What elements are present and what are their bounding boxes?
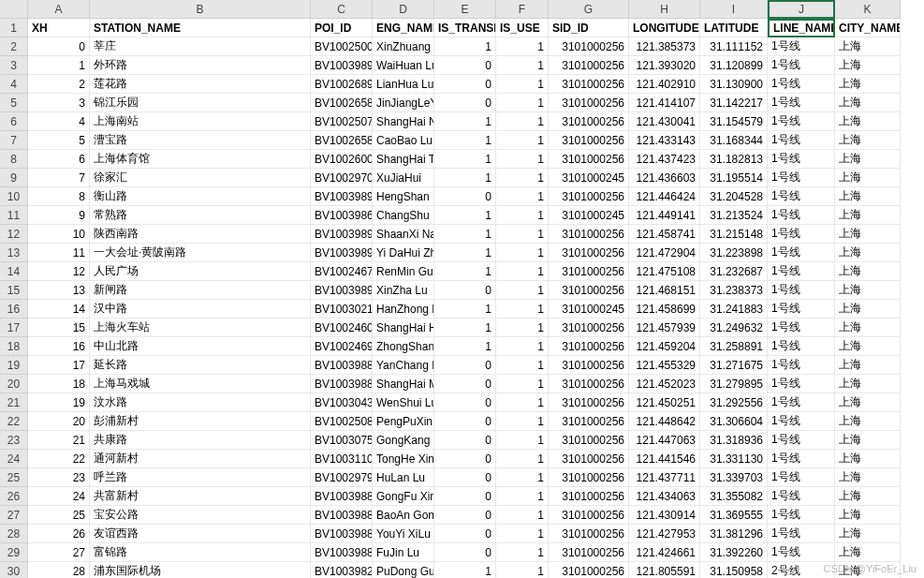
cell-K22[interactable]: 上海	[835, 412, 901, 431]
col-header-K[interactable]: K	[835, 0, 901, 19]
cell-C19[interactable]: BV10039889	[311, 356, 373, 375]
row-header-23[interactable]: 23	[0, 431, 28, 450]
cell-B17[interactable]: 上海火车站	[90, 319, 311, 337]
cell-B27[interactable]: 宝安公路	[90, 506, 311, 525]
cell-E3[interactable]: 0	[434, 56, 496, 75]
cell-F18[interactable]: 1	[496, 337, 549, 356]
cell-D12[interactable]: ShaanXi Na	[373, 225, 434, 244]
field-header-is_transfer[interactable]: IS_TRANSFE	[434, 19, 496, 37]
cell-B5[interactable]: 锦江乐园	[90, 94, 311, 112]
cell-D13[interactable]: Yi DaHui Zh	[373, 244, 434, 262]
cell-A9[interactable]: 7	[28, 169, 90, 187]
col-header-J[interactable]: J	[768, 0, 835, 19]
field-header-poi_id[interactable]: POI_ID	[311, 19, 373, 37]
cell-C11[interactable]: BV10039862	[311, 206, 373, 225]
cell-D2[interactable]: XinZhuang	[373, 37, 434, 56]
row-header-24[interactable]: 24	[0, 450, 28, 468]
cell-G20[interactable]: 3101000256	[549, 375, 629, 393]
cell-F3[interactable]: 1	[496, 56, 549, 75]
cell-B10[interactable]: 衡山路	[90, 187, 311, 206]
cell-A13[interactable]: 11	[28, 244, 90, 262]
cell-A22[interactable]: 20	[28, 412, 90, 431]
cell-G27[interactable]: 3101000256	[549, 506, 629, 525]
field-header-sid_id[interactable]: SID_ID	[549, 19, 629, 37]
row-header-21[interactable]: 21	[0, 393, 28, 412]
cell-H6[interactable]: 121.430041	[629, 112, 700, 131]
cell-K21[interactable]: 上海	[835, 393, 901, 412]
cell-C21[interactable]: BV10030433	[311, 393, 373, 412]
cell-J19[interactable]: 1号线	[768, 356, 835, 375]
cell-H16[interactable]: 121.458699	[629, 300, 700, 319]
cell-C10[interactable]: BV10039894	[311, 187, 373, 206]
row-header-16[interactable]: 16	[0, 300, 28, 319]
cell-E27[interactable]: 0	[434, 506, 496, 525]
cell-H30[interactable]: 121.805591	[629, 562, 700, 578]
cell-F20[interactable]: 1	[496, 375, 549, 393]
row-header-5[interactable]: 5	[0, 94, 28, 112]
cell-E23[interactable]: 0	[434, 431, 496, 450]
cell-I10[interactable]: 31.204528	[700, 187, 768, 206]
row-header-14[interactable]: 14	[0, 262, 28, 281]
cell-B9[interactable]: 徐家汇	[90, 169, 311, 187]
cell-F24[interactable]: 1	[496, 450, 549, 468]
cell-J6[interactable]: 1号线	[768, 112, 835, 131]
row-header-18[interactable]: 18	[0, 337, 28, 356]
cell-K14[interactable]: 上海	[835, 262, 901, 281]
cell-H9[interactable]: 121.436603	[629, 169, 700, 187]
cell-B11[interactable]: 常熟路	[90, 206, 311, 225]
cell-G23[interactable]: 3101000256	[549, 431, 629, 450]
cell-C25[interactable]: BV10029795	[311, 468, 373, 487]
cell-J27[interactable]: 1号线	[768, 506, 835, 525]
cell-G16[interactable]: 3101000245	[549, 300, 629, 319]
cell-A3[interactable]: 1	[28, 56, 90, 75]
field-header-station_name[interactable]: STATION_NAME	[90, 19, 311, 37]
cell-K11[interactable]: 上海	[835, 206, 901, 225]
cell-H15[interactable]: 121.468151	[629, 281, 700, 300]
row-header-25[interactable]: 25	[0, 468, 28, 487]
field-header-latitude[interactable]: LATITUDE	[700, 19, 768, 37]
cell-K24[interactable]: 上海	[835, 450, 901, 468]
cell-C5[interactable]: BV10026582	[311, 94, 373, 112]
cell-I24[interactable]: 31.331130	[700, 450, 768, 468]
cell-E29[interactable]: 0	[434, 543, 496, 562]
cell-G17[interactable]: 3101000256	[549, 319, 629, 337]
cell-F28[interactable]: 1	[496, 525, 549, 543]
cell-K6[interactable]: 上海	[835, 112, 901, 131]
cell-J9[interactable]: 1号线	[768, 169, 835, 187]
cell-K7[interactable]: 上海	[835, 131, 901, 150]
cell-I19[interactable]: 31.271675	[700, 356, 768, 375]
cell-G28[interactable]: 3101000256	[549, 525, 629, 543]
cell-E21[interactable]: 0	[434, 393, 496, 412]
col-header-B[interactable]: B	[90, 0, 311, 19]
cell-K28[interactable]: 上海	[835, 525, 901, 543]
cell-B23[interactable]: 共康路	[90, 431, 311, 450]
cell-K5[interactable]: 上海	[835, 94, 901, 112]
cell-A29[interactable]: 27	[28, 543, 90, 562]
cell-H5[interactable]: 121.414107	[629, 94, 700, 112]
row-header-2[interactable]: 2	[0, 37, 28, 56]
cell-B25[interactable]: 呼兰路	[90, 468, 311, 487]
cell-K27[interactable]: 上海	[835, 506, 901, 525]
cell-A16[interactable]: 14	[28, 300, 90, 319]
cell-B12[interactable]: 陕西南路	[90, 225, 311, 244]
cell-D8[interactable]: ShangHai Ti	[373, 150, 434, 169]
cell-G3[interactable]: 3101000256	[549, 56, 629, 75]
cell-J30[interactable]: 2号线	[768, 562, 835, 578]
col-header-C[interactable]: C	[311, 0, 373, 19]
cell-D6[interactable]: ShangHai N	[373, 112, 434, 131]
select-all-corner[interactable]	[0, 0, 28, 19]
cell-G13[interactable]: 3101000256	[549, 244, 629, 262]
cell-D11[interactable]: ChangShu L	[373, 206, 434, 225]
col-header-G[interactable]: G	[549, 0, 629, 19]
cell-G29[interactable]: 3101000256	[549, 543, 629, 562]
row-header-10[interactable]: 10	[0, 187, 28, 206]
cell-H23[interactable]: 121.447063	[629, 431, 700, 450]
cell-C20[interactable]: BV10039885	[311, 375, 373, 393]
cell-A5[interactable]: 3	[28, 94, 90, 112]
cell-D17[interactable]: ShangHai H	[373, 319, 434, 337]
cell-H19[interactable]: 121.455329	[629, 356, 700, 375]
cell-I18[interactable]: 31.258891	[700, 337, 768, 356]
cell-C13[interactable]: BV10039891	[311, 244, 373, 262]
col-header-F[interactable]: F	[496, 0, 549, 19]
cell-D25[interactable]: HuLan Lu	[373, 468, 434, 487]
